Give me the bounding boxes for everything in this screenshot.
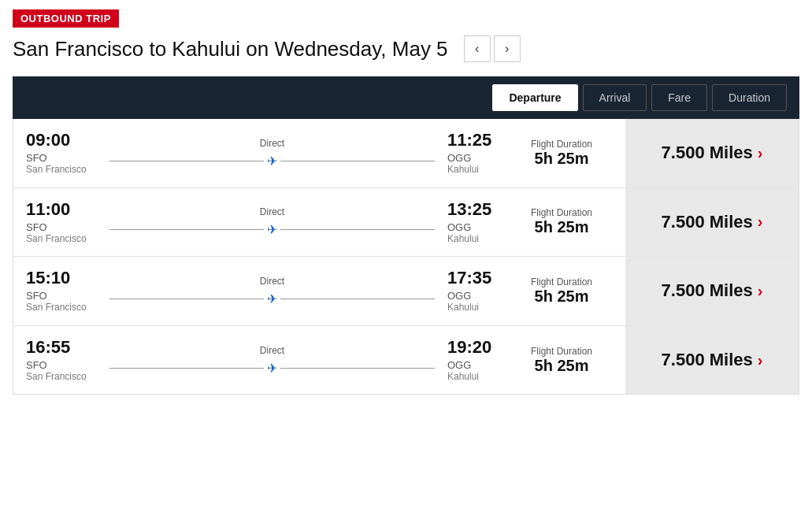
sort-departure-button[interactable]: Departure bbox=[492, 84, 577, 111]
nav-arrows: ‹ › bbox=[464, 35, 521, 62]
arrive-city-3: Kahului bbox=[447, 371, 510, 384]
miles-cell-3[interactable]: 7.500 Miles › bbox=[625, 326, 799, 395]
flight-path-2: Direct ✈ bbox=[97, 276, 447, 306]
arrive-code-3: OGG bbox=[447, 359, 510, 371]
line-right-2 bbox=[280, 299, 435, 299]
arrive-time-2: 17:35 bbox=[447, 268, 510, 288]
outbound-badge: OUTBOUND TRIP bbox=[13, 9, 119, 28]
stop-type-0: Direct bbox=[260, 138, 284, 149]
duration-time-1: 5h 25m bbox=[510, 218, 613, 236]
trip-title-row: San Francisco to Kahului on Wednesday, M… bbox=[13, 35, 799, 62]
arrive-time-1: 13:25 bbox=[447, 199, 510, 220]
sort-duration-button[interactable]: Duration bbox=[712, 84, 787, 111]
duration-label-0: Flight Duration bbox=[510, 139, 613, 150]
path-line-1: ✈ bbox=[109, 222, 435, 237]
plane-icon-0: ✈ bbox=[267, 154, 277, 169]
miles-cell-0[interactable]: 7.500 Miles › bbox=[625, 119, 799, 187]
sort-fare-button[interactable]: Fare bbox=[651, 84, 707, 111]
arrive-code-1: OGG bbox=[447, 221, 510, 233]
plane-icon-2: ✈ bbox=[267, 291, 277, 306]
next-date-button[interactable]: › bbox=[494, 35, 521, 62]
arrive-city-1: Kahului bbox=[447, 233, 510, 246]
duration-info-2: Flight Duration 5h 25m bbox=[510, 276, 613, 306]
depart-code-3: SFO bbox=[26, 359, 97, 371]
depart-info-1: 11:00 SFO San Francisco bbox=[26, 199, 97, 246]
stop-type-1: Direct bbox=[260, 206, 284, 217]
path-line-0: ✈ bbox=[109, 154, 435, 169]
path-line-2: ✈ bbox=[109, 291, 435, 306]
depart-city-3: San Francisco bbox=[26, 371, 97, 384]
flight-row: 15:10 SFO San Francisco Direct ✈ 17:35 bbox=[13, 257, 799, 326]
path-line-3: ✈ bbox=[109, 361, 435, 376]
line-left-0 bbox=[109, 161, 264, 161]
depart-info-3: 16:55 SFO San Francisco bbox=[26, 337, 97, 384]
duration-time-3: 5h 25m bbox=[510, 357, 613, 375]
stop-type-3: Direct bbox=[260, 345, 284, 356]
arrive-info-2: 17:35 OGG Kahului bbox=[447, 268, 510, 314]
arrive-city-0: Kahului bbox=[447, 164, 510, 176]
trip-title: San Francisco to Kahului on Wednesday, M… bbox=[13, 37, 448, 61]
sort-bar: DepartureArrivalFareDuration bbox=[13, 76, 799, 119]
depart-time-0: 09:00 bbox=[26, 130, 97, 150]
flight-row: 09:00 SFO San Francisco Direct ✈ 11:25 bbox=[13, 119, 799, 188]
depart-time-1: 11:00 bbox=[26, 199, 97, 220]
sort-arrival-button[interactable]: Arrival bbox=[583, 84, 647, 111]
miles-arrow-3: › bbox=[758, 351, 763, 369]
flight-path-1: Direct ✈ bbox=[97, 206, 447, 237]
depart-city-0: San Francisco bbox=[26, 164, 97, 176]
duration-label-2: Flight Duration bbox=[510, 276, 613, 287]
line-left-1 bbox=[109, 229, 264, 230]
miles-value-0: 7.500 Miles bbox=[662, 143, 753, 163]
line-left-3 bbox=[109, 368, 264, 369]
arrive-time-0: 11:25 bbox=[447, 130, 510, 150]
arrive-city-2: Kahului bbox=[447, 302, 510, 314]
depart-info-0: 09:00 SFO San Francisco bbox=[26, 130, 97, 176]
flight-main-0: 09:00 SFO San Francisco Direct ✈ 11:25 bbox=[13, 119, 625, 187]
flight-row: 16:55 SFO San Francisco Direct ✈ 19:20 bbox=[13, 326, 799, 395]
flight-main-2: 15:10 SFO San Francisco Direct ✈ 17:35 bbox=[13, 257, 625, 325]
arrive-time-3: 19:20 bbox=[447, 337, 510, 358]
miles-value-1: 7.500 Miles bbox=[662, 212, 753, 232]
arrive-info-3: 19:20 OGG Kahului bbox=[447, 337, 510, 384]
depart-code-0: SFO bbox=[26, 152, 97, 164]
depart-code-2: SFO bbox=[26, 290, 97, 302]
flight-main-3: 16:55 SFO San Francisco Direct ✈ 19:20 bbox=[13, 326, 625, 395]
arrive-info-0: 11:25 OGG Kahului bbox=[447, 130, 510, 176]
duration-label-1: Flight Duration bbox=[510, 207, 613, 218]
miles-arrow-0: › bbox=[758, 144, 763, 162]
duration-info-1: Flight Duration 5h 25m bbox=[510, 207, 613, 236]
line-right-0 bbox=[280, 161, 435, 161]
arrive-code-2: OGG bbox=[447, 290, 510, 302]
miles-value-2: 7.500 Miles bbox=[662, 280, 753, 301]
depart-time-3: 16:55 bbox=[26, 337, 97, 358]
miles-value-3: 7.500 Miles bbox=[662, 350, 753, 370]
flight-main-1: 11:00 SFO San Francisco Direct ✈ 13:25 bbox=[13, 188, 625, 257]
page-wrapper: OUTBOUND TRIP San Francisco to Kahului o… bbox=[0, 0, 812, 407]
prev-date-button[interactable]: ‹ bbox=[464, 35, 491, 62]
miles-cell-1[interactable]: 7.500 Miles › bbox=[625, 188, 799, 257]
duration-time-2: 5h 25m bbox=[510, 287, 613, 306]
stop-type-2: Direct bbox=[260, 276, 284, 287]
line-right-3 bbox=[280, 368, 435, 369]
arrive-code-0: OGG bbox=[447, 152, 510, 164]
miles-cell-2[interactable]: 7.500 Miles › bbox=[625, 257, 799, 325]
duration-info-0: Flight Duration 5h 25m bbox=[510, 139, 613, 168]
depart-city-1: San Francisco bbox=[26, 233, 97, 246]
miles-arrow-1: › bbox=[758, 213, 763, 231]
flight-row: 11:00 SFO San Francisco Direct ✈ 13:25 bbox=[13, 188, 799, 258]
depart-time-2: 15:10 bbox=[26, 268, 97, 288]
line-left-2 bbox=[109, 299, 264, 299]
miles-arrow-2: › bbox=[758, 282, 763, 300]
duration-time-0: 5h 25m bbox=[510, 150, 613, 168]
depart-info-2: 15:10 SFO San Francisco bbox=[26, 268, 97, 314]
duration-info-3: Flight Duration 5h 25m bbox=[510, 346, 613, 375]
depart-code-1: SFO bbox=[26, 221, 97, 233]
flight-path-0: Direct ✈ bbox=[97, 138, 447, 169]
arrive-info-1: 13:25 OGG Kahului bbox=[447, 199, 510, 246]
duration-label-3: Flight Duration bbox=[510, 346, 613, 357]
flight-path-3: Direct ✈ bbox=[97, 345, 447, 376]
depart-city-2: San Francisco bbox=[26, 302, 97, 314]
flights-list: 09:00 SFO San Francisco Direct ✈ 11:25 bbox=[13, 119, 799, 395]
plane-icon-3: ✈ bbox=[267, 361, 277, 376]
line-right-1 bbox=[280, 229, 435, 230]
